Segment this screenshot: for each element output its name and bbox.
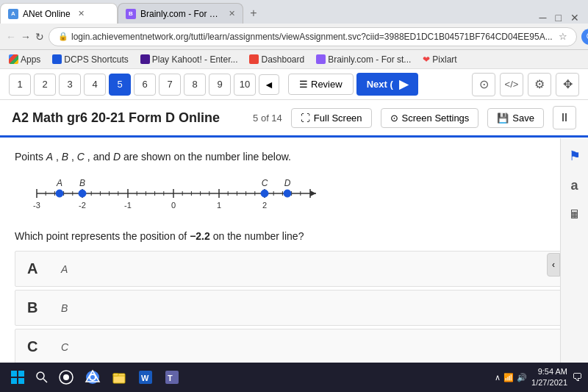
side-panel: ⚑ a 🖩	[560, 138, 588, 381]
question-5-button[interactable]: 5	[109, 74, 131, 96]
svg-marker-1	[310, 190, 316, 196]
restore-button[interactable]: □	[553, 12, 564, 24]
brainly-favicon: B	[126, 9, 136, 19]
choice-a[interactable]: A A	[15, 251, 573, 287]
tab-anet[interactable]: A ANet Online ✕	[0, 3, 118, 24]
question-1-button[interactable]: 1	[9, 74, 31, 96]
choice-c-text: C	[61, 341, 68, 353]
choice-a-text: A	[61, 263, 68, 275]
point-d-label: D	[113, 151, 121, 163]
question-9-button[interactable]: 9	[209, 74, 231, 96]
number-line-container: -3 -2 -1 0 1 2	[29, 171, 573, 215]
tab-anet-close[interactable]: ✕	[78, 9, 85, 18]
reload-button[interactable]: ↻	[35, 28, 44, 46]
review-button[interactable]: ☰ Review	[288, 74, 354, 95]
question-area: Points A , B , C , and D are shown on th…	[0, 138, 588, 392]
review-label: Review	[311, 79, 343, 90]
progress-text: 5 of 14	[253, 113, 282, 124]
word-taskbar-icon[interactable]: W	[134, 366, 157, 389]
bookmark-apps-label: Apps	[21, 54, 40, 65]
question-3-button[interactable]: 3	[59, 74, 81, 96]
toolbar-code-icon[interactable]: </>	[500, 73, 523, 96]
question-10-button[interactable]: 10	[234, 74, 256, 96]
full-screen-button[interactable]: ⛶ Full Screen	[291, 108, 372, 128]
calculator-button[interactable]: 🖩	[563, 203, 587, 227]
dcps-icon	[52, 54, 62, 64]
screen-settings-button[interactable]: ⊙ Screen Settings	[381, 108, 479, 128]
svg-text:A: A	[56, 178, 62, 188]
question-6-button[interactable]: 6	[134, 74, 156, 96]
bookmark-apps[interactable]: Apps	[6, 54, 43, 65]
bookmark-dcps[interactable]: DCPS Shortcuts	[49, 54, 131, 65]
save-button[interactable]: 💾 Save	[487, 108, 544, 128]
toolbar-move-icon[interactable]: ✥	[556, 73, 579, 96]
start-button[interactable]	[6, 366, 29, 389]
tab-brainly[interactable]: B Brainly.com - For students. By st... ✕	[118, 3, 243, 24]
flag-button[interactable]: ⚑	[563, 144, 587, 168]
question-toolbar: 1 2 3 4 5 6 7 8 9 10 ◄ ☰ Review Next ( ▶…	[0, 69, 588, 100]
svg-text:W: W	[141, 374, 149, 382]
toolbar-settings-icon[interactable]: ⚙	[528, 73, 551, 96]
network-icon[interactable]: 📶	[503, 373, 514, 382]
choice-b-text: B	[61, 302, 68, 314]
annotation-button[interactable]: a	[563, 174, 587, 197]
collapse-panel-button[interactable]: ‹	[547, 253, 560, 277]
teams-taskbar-icon[interactable]: T	[160, 366, 184, 389]
screen-settings-icon: ⊙	[390, 113, 398, 124]
question-2-button[interactable]: 2	[34, 74, 56, 96]
bookmark-dashboard-label: Dashboard	[261, 54, 304, 65]
bookmark-dashboard[interactable]: Dashboard	[246, 54, 307, 65]
back-button[interactable]: ←	[6, 28, 16, 46]
choice-b[interactable]: B B	[15, 290, 573, 326]
address-bar[interactable]: 🔒 login.achievementnetwork.org/tutti/lea…	[49, 27, 577, 46]
prev-question-button[interactable]: ◄	[259, 74, 279, 95]
tab-brainly-close[interactable]: ✕	[229, 9, 235, 18]
choice-a-letter: A	[27, 260, 49, 277]
screen-settings-label: Screen Settings	[402, 113, 470, 124]
question-4-button[interactable]: 4	[84, 74, 106, 96]
minimize-button[interactable]: ─	[537, 12, 550, 24]
explorer-taskbar-icon[interactable]	[107, 366, 131, 389]
search-button[interactable]	[32, 368, 51, 387]
svg-line-52	[43, 379, 47, 382]
pause-icon: ⏸	[559, 111, 570, 124]
volume-icon[interactable]: 🔊	[517, 373, 527, 382]
svg-rect-50	[18, 378, 24, 384]
tab-brainly-label: Brainly.com - For students. By st...	[140, 9, 221, 19]
cortana-button[interactable]	[54, 366, 78, 389]
time-display[interactable]: 9:54 AM 1/27/2021	[531, 366, 567, 389]
time-text: 9:54 AM	[531, 366, 567, 377]
bookmark-kahoot[interactable]: Play Kahoot! - Enter...	[137, 54, 241, 65]
choice-c[interactable]: C C	[15, 329, 573, 365]
address-text: login.achievementnetwork.org/tutti/learn…	[71, 32, 553, 42]
pause-button[interactable]: ⏸	[553, 106, 576, 129]
svg-text:1: 1	[217, 201, 221, 210]
next-button[interactable]: Next ( ▶	[356, 73, 418, 96]
question-7-button[interactable]: 7	[159, 74, 181, 96]
bookmark-pixlr[interactable]: ❤ Pixlart	[420, 54, 459, 65]
star-icon[interactable]: ☆	[559, 31, 567, 42]
close-button[interactable]: ✕	[567, 12, 582, 24]
svg-text:C: C	[262, 178, 268, 188]
svg-rect-49	[11, 378, 17, 384]
profile-icon[interactable]: G	[581, 29, 588, 45]
question-intro: Points A , B , C , and D are shown on th…	[15, 151, 573, 163]
taskbar: W T ∧ 📶 🔊 9:54 AM 1/27/2021 🗨	[0, 363, 588, 392]
number-line-svg: -3 -2 -1 0 1 2	[29, 171, 323, 215]
bookmarks-bar: Apps DCPS Shortcuts Play Kahoot! - Enter…	[0, 50, 588, 69]
bookmark-brainly[interactable]: Brainly.com - For st...	[313, 54, 414, 65]
kahoot-icon	[140, 54, 150, 64]
question-8-button[interactable]: 8	[184, 74, 206, 96]
forward-button[interactable]: →	[21, 28, 31, 46]
next-arrow-icon: ▶	[399, 77, 408, 91]
date-text: 1/27/2021	[531, 377, 567, 388]
notification-icon[interactable]: 🗨	[572, 371, 582, 383]
anet-favicon: A	[8, 9, 18, 19]
chrome-taskbar-icon[interactable]	[81, 366, 104, 389]
new-tab-button[interactable]: +	[243, 3, 264, 24]
tab-anet-label: ANet Online	[23, 9, 71, 19]
show-hidden-icon[interactable]: ∧	[495, 373, 501, 382]
toolbar-nav-icon[interactable]: ⊙	[472, 73, 495, 96]
next-label: Next (	[367, 79, 393, 90]
content-wrapper: 1 2 3 4 5 6 7 8 9 10 ◄ ☰ Review Next ( ▶…	[0, 69, 588, 392]
